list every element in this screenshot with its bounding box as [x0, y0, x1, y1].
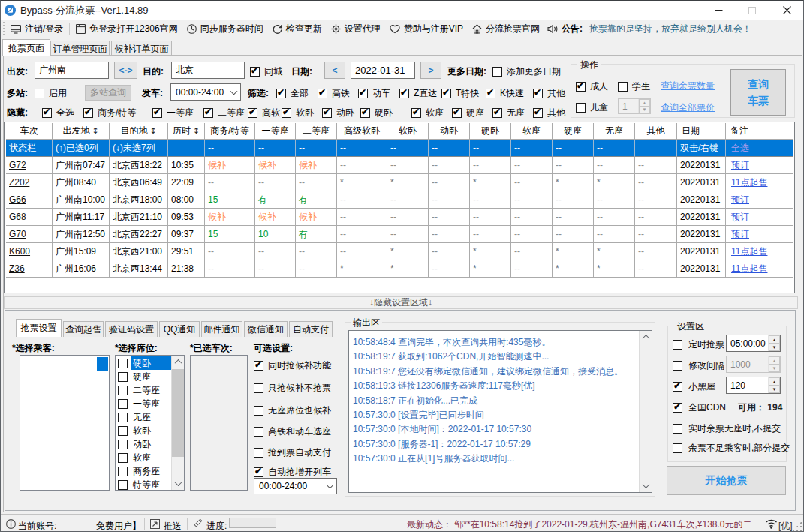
child-checkbox[interactable]: 儿童	[576, 101, 608, 114]
grab-time-combo[interactable]: 00:00-24:00	[254, 478, 337, 494]
remark-link[interactable]: 预订	[731, 159, 749, 172]
remark-link[interactable]: 预订	[731, 211, 749, 224]
column-header-15[interactable]: 其他	[635, 123, 677, 140]
train-code-link[interactable]: G68	[9, 212, 26, 222]
seat-item-5[interactable]: 无座	[116, 410, 171, 424]
checkbox-icon[interactable]	[118, 413, 128, 422]
checkbox-icon[interactable]	[118, 372, 128, 382]
checkbox-icon[interactable]	[452, 108, 462, 118]
student-box[interactable]	[618, 82, 628, 92]
toolbar-button-3[interactable]: 同步服务器时间	[182, 20, 268, 37]
multi-enable-box[interactable]	[35, 89, 44, 98]
filter-checkbox-6[interactable]: K快速	[486, 87, 524, 100]
maximize-button[interactable]	[739, 1, 765, 20]
child-count-spinner[interactable]: 1 ▲▼	[618, 98, 651, 114]
scroll-down-icon[interactable]	[172, 477, 184, 490]
toolbar-button-7[interactable]: 分流抢票官网	[468, 20, 544, 37]
column-header-16[interactable]: 日期	[677, 123, 726, 140]
query-remaining-link[interactable]: 查询余票数量	[661, 80, 715, 92]
main-tab-1[interactable]: 抢票页面	[2, 39, 50, 56]
column-header-13[interactable]: 硬座	[553, 123, 594, 140]
checkbox-icon[interactable]	[118, 399, 128, 409]
add-more-dates-box[interactable]	[492, 67, 502, 77]
push-label[interactable]: 推送	[164, 520, 182, 532]
seat-item-3[interactable]: 二等座	[116, 383, 171, 397]
spin-down-icon[interactable]: ▼	[639, 107, 650, 113]
column-header-5[interactable]: 商务/特等	[205, 123, 255, 140]
seat-scrollbar[interactable]	[171, 356, 184, 490]
checkbox-icon[interactable]	[673, 443, 682, 453]
checkbox-icon[interactable]	[282, 108, 291, 118]
hide-checkbox-8[interactable]: 硬卧	[360, 107, 393, 119]
checkbox-icon[interactable]	[248, 108, 257, 118]
hide-checkbox-7[interactable]: 动卧	[322, 107, 354, 119]
column-header-6[interactable]: 一等座	[255, 123, 296, 140]
filter-checkbox-5[interactable]: T特快	[441, 87, 479, 100]
table-row-7[interactable]: K600广州15:09北京西21:0029:51--------*--*--**…	[6, 243, 793, 260]
train-code-link[interactable]: G66	[9, 194, 26, 205]
scroll-up-icon[interactable]	[172, 356, 184, 368]
checkbox-icon[interactable]	[254, 383, 263, 393]
hide-checkbox-1[interactable]: 全选	[42, 107, 74, 119]
checkbox-icon[interactable]	[411, 108, 421, 118]
start-grab-button[interactable]: 开始抢票	[667, 466, 786, 495]
filter-checkbox-4[interactable]: Z直达	[399, 87, 437, 100]
table-row-4[interactable]: G66广州南10:00北京西18:0008:0015有有------------…	[6, 191, 793, 209]
grab-option-1[interactable]: 同时抢候补功能	[254, 359, 331, 372]
checkbox-icon[interactable]	[254, 361, 263, 371]
checkbox-icon[interactable]	[83, 108, 93, 118]
spin-up-icon[interactable]: ▲	[769, 335, 780, 344]
grab-option-4[interactable]: 高铁和动车选座	[254, 425, 331, 438]
column-header-3[interactable]: 目的地↕	[110, 123, 168, 140]
resize-grip[interactable]	[792, 521, 802, 531]
column-header-7[interactable]: 二等座	[296, 123, 337, 140]
checkbox-icon[interactable]	[254, 467, 263, 477]
toolbar-button-1[interactable]: 注销/登录	[6, 20, 68, 37]
hide-checkbox-3[interactable]: 一等座	[152, 107, 194, 119]
table-row-3[interactable]: Z202广州08:40北京西06:4922:09------**--*--**-…	[6, 174, 793, 191]
selected-trains-listbox[interactable]	[190, 355, 248, 491]
table-row-6[interactable]: G70广州南12:50北京西22:2709:371510有-----------…	[6, 226, 793, 243]
toolbar-button-4[interactable]: 检查更新	[268, 20, 327, 37]
settings-tab-7[interactable]: 自动支付	[289, 321, 333, 337]
spin-up-icon[interactable]: ▲	[769, 377, 780, 386]
filter-checkbox-2[interactable]: 高铁	[318, 87, 350, 100]
config-spinner-1[interactable]: 05:00:00▲▼	[726, 335, 781, 352]
spin-down-icon[interactable]: ▼	[769, 386, 780, 393]
table-row-2[interactable]: G72广州南07:47北京西18:2210:35候补候补候补----------…	[6, 157, 793, 174]
multi-enable-checkbox[interactable]: 启用	[35, 87, 67, 100]
remark-link[interactable]: 11点起售	[731, 176, 767, 189]
table-row-1[interactable]: 状态栏(↑)已选0列(↓)未选7列--------------------双击/…	[6, 140, 793, 157]
settings-tab-2[interactable]: 查询起售	[63, 321, 104, 337]
grab-option-5[interactable]: 抢到票自动支付	[254, 446, 331, 459]
seat-item-4[interactable]: 一等座	[116, 397, 171, 410]
checkbox-icon[interactable]	[203, 108, 213, 118]
grab-option-6[interactable]: 自动抢增开列车	[254, 466, 331, 479]
remark-link[interactable]: 预订	[731, 194, 749, 206]
train-code-link[interactable]: Z36	[9, 263, 25, 274]
config-option-4[interactable]: 全国CDN	[673, 401, 726, 414]
toolbar-button-6[interactable]: 赞助与注册VIP	[385, 20, 468, 37]
config-option-1[interactable]: 定时抢票	[673, 338, 724, 351]
config-spinner-2[interactable]: 1000▲▼	[726, 356, 781, 373]
checkbox-icon[interactable]	[673, 340, 682, 350]
seat-item-1[interactable]: 硬卧	[116, 356, 171, 370]
checkbox-icon[interactable]	[118, 467, 128, 476]
checkbox-icon[interactable]	[399, 89, 409, 98]
column-header-10[interactable]: 动卧	[429, 123, 470, 140]
config-spinner-3[interactable]: 120▲▼	[726, 377, 781, 394]
checkbox-icon[interactable]	[118, 480, 128, 490]
checkbox-icon[interactable]	[486, 89, 495, 98]
passenger-listbox[interactable]	[20, 355, 110, 491]
table-row-5[interactable]: G68广州南11:17北京西21:1009:53候补候补候补----------…	[6, 209, 793, 226]
query-price-link[interactable]: 查询全部票价	[661, 101, 715, 114]
checkbox-icon[interactable]	[673, 382, 682, 392]
spin-up-icon[interactable]: ▲	[639, 99, 650, 107]
hide-checkbox-6[interactable]: 软卧	[282, 107, 314, 119]
train-code-link[interactable]: G72	[9, 160, 26, 170]
add-more-dates-checkbox[interactable]: 添加更多日期	[492, 65, 561, 78]
seat-listbox[interactable]: 硬卧硬座二等座一等座无座软卧动卧软座商务座特等座	[115, 355, 185, 491]
settings-tab-4[interactable]: QQ通知	[159, 321, 200, 337]
output-scrollbar[interactable]	[639, 331, 652, 492]
scroll-up-icon[interactable]	[640, 331, 652, 344]
